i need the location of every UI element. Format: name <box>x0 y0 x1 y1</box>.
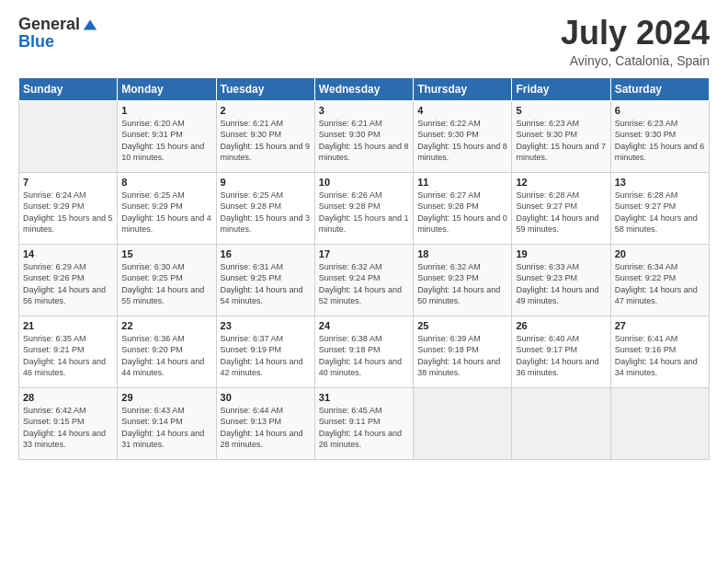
calendar-cell <box>414 387 512 459</box>
day-number: 21 <box>23 320 113 331</box>
day-number: 10 <box>319 177 409 188</box>
calendar-cell: 12 Sunrise: 6:28 AM Sunset: 9:27 PM Dayl… <box>512 172 610 244</box>
day-daylight: Daylight: 14 hours and 49 minutes. <box>516 285 598 306</box>
day-sunset: Sunset: 9:30 PM <box>417 130 479 139</box>
day-sunset: Sunset: 9:28 PM <box>319 201 381 211</box>
day-sunrise: Sunrise: 6:33 AM <box>516 262 579 271</box>
day-sunset: Sunset: 9:24 PM <box>319 273 381 282</box>
day-sunrise: Sunrise: 6:24 AM <box>23 190 86 200</box>
day-sunset: Sunset: 9:27 PM <box>615 201 677 211</box>
calendar-cell: 4 Sunrise: 6:22 AM Sunset: 9:30 PM Dayli… <box>414 100 512 172</box>
day-sunset: Sunset: 9:22 PM <box>615 273 677 282</box>
day-number: 24 <box>319 320 409 331</box>
day-sunrise: Sunrise: 6:45 AM <box>319 406 382 415</box>
location: Avinyo, Catalonia, Spain <box>561 53 710 68</box>
day-sunrise: Sunrise: 6:35 AM <box>23 334 86 343</box>
day-sunset: Sunset: 9:15 PM <box>23 417 85 426</box>
calendar-cell: 17 Sunrise: 6:32 AM Sunset: 9:24 PM Dayl… <box>314 244 413 316</box>
day-number: 18 <box>417 248 507 259</box>
day-sunset: Sunset: 9:18 PM <box>319 345 381 354</box>
calendar-cell: 18 Sunrise: 6:32 AM Sunset: 9:23 PM Dayl… <box>414 244 512 316</box>
day-sunrise: Sunrise: 6:21 AM <box>319 119 382 128</box>
day-sunset: Sunset: 9:27 PM <box>516 201 577 211</box>
calendar-cell: 22 Sunrise: 6:36 AM Sunset: 9:20 PM Dayl… <box>118 316 216 387</box>
svg-marker-0 <box>84 19 97 29</box>
day-number: 28 <box>23 392 113 403</box>
day-sunset: Sunset: 9:29 PM <box>23 201 85 211</box>
day-daylight: Daylight: 15 hours and 8 minutes. <box>319 142 409 163</box>
day-daylight: Daylight: 14 hours and 31 minutes. <box>121 429 204 450</box>
day-number: 7 <box>23 177 113 188</box>
day-sunrise: Sunrise: 6:28 AM <box>615 190 678 200</box>
day-daylight: Daylight: 15 hours and 3 minutes. <box>221 213 311 235</box>
day-sunset: Sunset: 9:30 PM <box>319 130 381 139</box>
calendar-cell: 19 Sunrise: 6:33 AM Sunset: 9:23 PM Dayl… <box>512 244 610 316</box>
day-sunset: Sunset: 9:19 PM <box>221 345 282 354</box>
day-daylight: Daylight: 14 hours and 56 minutes. <box>23 285 106 306</box>
day-daylight: Daylight: 15 hours and 10 minutes. <box>121 142 204 163</box>
day-daylight: Daylight: 15 hours and 7 minutes. <box>516 142 606 163</box>
day-sunrise: Sunrise: 6:32 AM <box>319 262 382 271</box>
calendar-cell: 26 Sunrise: 6:40 AM Sunset: 9:17 PM Dayl… <box>512 316 610 387</box>
calendar-cell <box>512 387 610 459</box>
day-number: 23 <box>221 320 311 331</box>
weekday-row: Sunday Monday Tuesday Wednesday Thursday… <box>19 77 710 100</box>
day-sunset: Sunset: 9:21 PM <box>23 345 85 354</box>
day-daylight: Daylight: 14 hours and 46 minutes. <box>23 357 106 378</box>
day-number: 1 <box>121 105 211 116</box>
day-sunset: Sunset: 9:20 PM <box>121 345 183 354</box>
calendar-cell: 23 Sunrise: 6:37 AM Sunset: 9:19 PM Dayl… <box>216 316 314 387</box>
day-sunrise: Sunrise: 6:38 AM <box>319 334 382 343</box>
day-sunrise: Sunrise: 6:29 AM <box>23 262 86 271</box>
day-sunrise: Sunrise: 6:20 AM <box>121 119 185 128</box>
day-daylight: Daylight: 14 hours and 47 minutes. <box>615 285 698 306</box>
day-daylight: Daylight: 14 hours and 42 minutes. <box>221 357 303 378</box>
day-number: 31 <box>319 392 409 403</box>
day-sunset: Sunset: 9:18 PM <box>417 345 479 354</box>
calendar-week-4: 21 Sunrise: 6:35 AM Sunset: 9:21 PM Dayl… <box>19 316 710 387</box>
calendar-cell: 7 Sunrise: 6:24 AM Sunset: 9:29 PM Dayli… <box>19 172 118 244</box>
day-sunrise: Sunrise: 6:21 AM <box>221 119 284 128</box>
day-sunset: Sunset: 9:30 PM <box>516 130 577 139</box>
day-sunrise: Sunrise: 6:22 AM <box>417 119 481 128</box>
calendar-cell: 14 Sunrise: 6:29 AM Sunset: 9:26 PM Dayl… <box>19 244 118 316</box>
day-sunrise: Sunrise: 6:25 AM <box>121 190 185 200</box>
day-daylight: Daylight: 14 hours and 54 minutes. <box>221 285 303 306</box>
day-number: 27 <box>615 320 705 331</box>
day-daylight: Daylight: 15 hours and 6 minutes. <box>615 142 705 163</box>
calendar-cell: 5 Sunrise: 6:23 AM Sunset: 9:30 PM Dayli… <box>512 100 610 172</box>
day-sunrise: Sunrise: 6:26 AM <box>319 190 382 200</box>
day-sunrise: Sunrise: 6:43 AM <box>121 406 185 415</box>
calendar-cell: 1 Sunrise: 6:20 AM Sunset: 9:31 PM Dayli… <box>118 100 216 172</box>
day-number: 17 <box>319 248 409 259</box>
day-sunrise: Sunrise: 6:27 AM <box>417 190 481 200</box>
day-sunset: Sunset: 9:25 PM <box>121 273 183 282</box>
day-sunrise: Sunrise: 6:39 AM <box>417 334 481 343</box>
day-daylight: Daylight: 14 hours and 59 minutes. <box>516 213 598 235</box>
day-sunrise: Sunrise: 6:42 AM <box>23 406 86 415</box>
day-number: 6 <box>615 105 705 116</box>
day-number: 20 <box>615 248 705 259</box>
calendar-cell: 20 Sunrise: 6:34 AM Sunset: 9:22 PM Dayl… <box>610 244 709 316</box>
calendar-cell: 10 Sunrise: 6:26 AM Sunset: 9:28 PM Dayl… <box>314 172 413 244</box>
calendar-cell: 31 Sunrise: 6:45 AM Sunset: 9:11 PM Dayl… <box>314 387 413 459</box>
day-number: 16 <box>221 248 311 259</box>
calendar-cell: 3 Sunrise: 6:21 AM Sunset: 9:30 PM Dayli… <box>314 100 413 172</box>
day-sunset: Sunset: 9:25 PM <box>221 273 282 282</box>
calendar-week-5: 28 Sunrise: 6:42 AM Sunset: 9:15 PM Dayl… <box>19 387 710 459</box>
day-number: 5 <box>516 105 606 116</box>
day-sunrise: Sunrise: 6:23 AM <box>516 119 579 128</box>
day-number: 11 <box>417 177 507 188</box>
calendar-week-3: 14 Sunrise: 6:29 AM Sunset: 9:26 PM Dayl… <box>19 244 710 316</box>
calendar-cell: 13 Sunrise: 6:28 AM Sunset: 9:27 PM Dayl… <box>610 172 709 244</box>
calendar-cell: 8 Sunrise: 6:25 AM Sunset: 9:29 PM Dayli… <box>118 172 216 244</box>
day-daylight: Daylight: 14 hours and 34 minutes. <box>615 357 698 378</box>
day-sunrise: Sunrise: 6:41 AM <box>615 334 678 343</box>
day-sunrise: Sunrise: 6:30 AM <box>121 262 185 271</box>
day-daylight: Daylight: 14 hours and 26 minutes. <box>319 429 402 450</box>
day-sunset: Sunset: 9:11 PM <box>319 417 381 426</box>
day-daylight: Daylight: 15 hours and 5 minutes. <box>23 213 113 235</box>
day-number: 30 <box>221 392 311 403</box>
day-daylight: Daylight: 14 hours and 40 minutes. <box>319 357 402 378</box>
day-daylight: Daylight: 14 hours and 50 minutes. <box>417 285 500 306</box>
